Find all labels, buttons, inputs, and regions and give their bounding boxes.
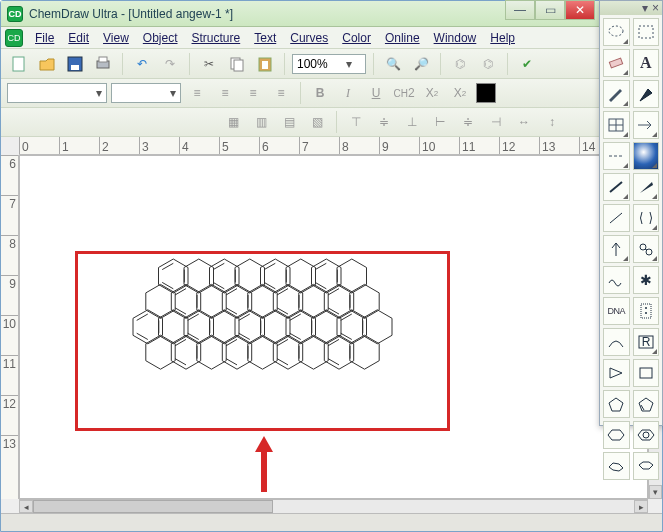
subscript-button[interactable]: X2 (420, 81, 444, 105)
tlc-tool[interactable] (633, 297, 660, 325)
bond-tool[interactable] (603, 173, 630, 201)
fountain-pen-tool[interactable] (633, 80, 660, 108)
align-l-button[interactable]: ⊢ (428, 110, 452, 134)
align-bot-button[interactable]: ⊥ (400, 110, 424, 134)
atom-label-tool[interactable]: ✱ (633, 266, 660, 294)
analysis-button[interactable]: ⌬ (476, 52, 500, 76)
menu-edit[interactable]: Edit (62, 29, 95, 47)
paste-button[interactable] (253, 52, 277, 76)
toolbar-main: ↶ ↷ ✂ ▾ 🔍 🔎 ⌬ ⌬ ✔ (1, 49, 662, 79)
zoom-combo[interactable]: ▾ (292, 54, 366, 74)
arrow-up-tool[interactable] (603, 235, 630, 263)
arrow-tool[interactable] (633, 111, 660, 139)
app-menu-icon[interactable]: CD (5, 29, 23, 47)
cyclopentadiene-tool[interactable] (633, 390, 660, 418)
zoom-out-button[interactable]: 🔎 (409, 52, 433, 76)
benzene-tool[interactable] (633, 421, 660, 449)
scroll-right-button[interactable]: ▸ (634, 500, 648, 513)
maximize-button[interactable]: ▭ (535, 0, 565, 20)
italic-button[interactable]: I (336, 81, 360, 105)
cut-button[interactable]: ✂ (197, 52, 221, 76)
superscript-button[interactable]: X2 (448, 81, 472, 105)
palette-header[interactable]: ▾× (600, 1, 662, 15)
open-button[interactable] (35, 52, 59, 76)
chemical-structure[interactable] (78, 254, 447, 428)
scroll-h-track[interactable] (33, 500, 634, 513)
marquee-tool[interactable] (633, 18, 660, 46)
palette-menu-icon[interactable]: ▾ (642, 1, 648, 15)
hexagon-tool[interactable] (603, 421, 630, 449)
save-button[interactable] (63, 52, 87, 76)
send-back-button[interactable]: ▧ (305, 110, 329, 134)
ungroup-button[interactable]: ▥ (249, 110, 273, 134)
wedge-tool[interactable] (633, 173, 660, 201)
zoom-dropdown-icon[interactable]: ▾ (341, 57, 357, 71)
square-tool[interactable] (633, 359, 660, 387)
bold-button[interactable]: B (308, 81, 332, 105)
pentagon-tool[interactable] (603, 390, 630, 418)
menu-window[interactable]: Window (428, 29, 483, 47)
redo-button[interactable]: ↷ (158, 52, 182, 76)
font-size-combo[interactable]: ▾ (111, 83, 181, 103)
menu-color[interactable]: Color (336, 29, 377, 47)
scrollbar-horizontal[interactable]: ◂ ▸ (19, 499, 648, 513)
menu-view[interactable]: View (97, 29, 135, 47)
menu-object[interactable]: Object (137, 29, 184, 47)
menu-curves[interactable]: Curves (284, 29, 334, 47)
clean-structure-button[interactable]: ⌬ (448, 52, 472, 76)
boat-tool[interactable] (633, 452, 660, 480)
text-tool[interactable]: A (633, 49, 660, 77)
lasso-tool[interactable] (603, 18, 630, 46)
copy-button[interactable] (225, 52, 249, 76)
distr-h-button[interactable]: ↔ (512, 110, 536, 134)
palette-close-icon[interactable]: × (652, 1, 659, 15)
menu-help[interactable]: Help (484, 29, 521, 47)
chemistry-tool[interactable] (633, 235, 660, 263)
undo-button[interactable]: ↶ (130, 52, 154, 76)
eraser-tool[interactable] (603, 49, 630, 77)
scroll-down-button[interactable]: ▾ (649, 485, 662, 499)
new-button[interactable] (7, 52, 31, 76)
minimize-button[interactable]: — (505, 0, 535, 20)
print-button[interactable] (91, 52, 115, 76)
zoom-input[interactable] (297, 57, 341, 71)
align-center-button[interactable]: ≡ (213, 81, 237, 105)
chair-tool[interactable] (603, 452, 630, 480)
close-button[interactable]: ✕ (565, 0, 595, 20)
distr-v-button[interactable]: ↕ (540, 110, 564, 134)
drawing-canvas[interactable] (19, 155, 648, 499)
triangle-tool[interactable] (603, 359, 630, 387)
align-c-button[interactable]: ≑ (456, 110, 480, 134)
font-family-combo[interactable]: ▾ (7, 83, 107, 103)
wavy-bond-tool[interactable] (603, 266, 630, 294)
curve-tool[interactable] (603, 328, 630, 356)
align-mid-button[interactable]: ≑ (372, 110, 396, 134)
dash-tool[interactable] (603, 142, 630, 170)
color-picker-button[interactable] (476, 83, 496, 103)
align-top-button[interactable]: ⊤ (344, 110, 368, 134)
menu-text[interactable]: Text (248, 29, 282, 47)
group-button[interactable]: ▦ (221, 110, 245, 134)
align-right-button[interactable]: ≡ (241, 81, 265, 105)
menu-file[interactable]: File (29, 29, 60, 47)
tools-palette[interactable]: ▾× A ✱ DNA R (599, 0, 663, 426)
template-tool[interactable]: R (633, 328, 660, 356)
scroll-left-button[interactable]: ◂ (19, 500, 33, 513)
menu-online[interactable]: Online (379, 29, 426, 47)
underline-button[interactable]: U (364, 81, 388, 105)
menu-structure[interactable]: Structure (186, 29, 247, 47)
table-tool[interactable] (603, 111, 630, 139)
dna-tool[interactable]: DNA (603, 297, 630, 325)
formula-button[interactable]: CH2 (392, 81, 416, 105)
zoom-in-button[interactable]: 🔍 (381, 52, 405, 76)
scroll-h-thumb[interactable] (33, 500, 273, 513)
orbital-tool[interactable] (633, 142, 660, 170)
pen-tool[interactable] (603, 80, 630, 108)
single-bond-tool[interactable] (603, 204, 630, 232)
check-button[interactable]: ✔ (515, 52, 539, 76)
justify-button[interactable]: ≡ (269, 81, 293, 105)
align-left-button[interactable]: ≡ (185, 81, 209, 105)
bring-front-button[interactable]: ▤ (277, 110, 301, 134)
align-r-button[interactable]: ⊣ (484, 110, 508, 134)
bracket-tool[interactable] (633, 204, 660, 232)
